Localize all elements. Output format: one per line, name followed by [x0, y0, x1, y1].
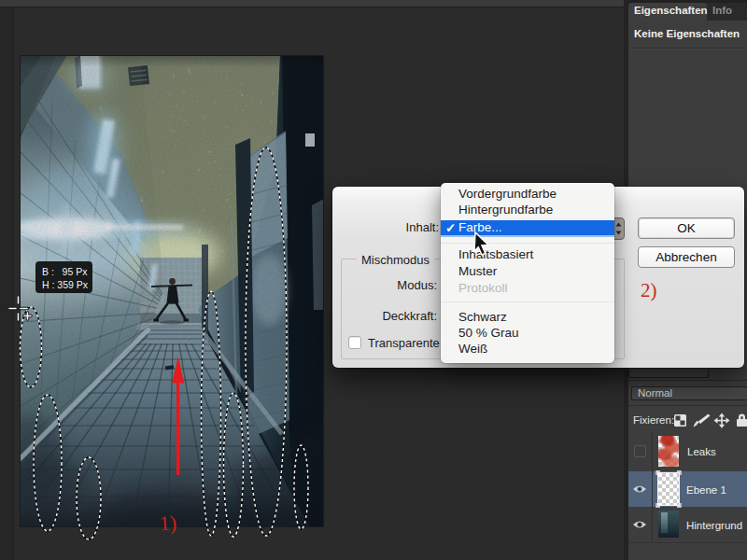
svg-text:1): 1) [159, 511, 177, 535]
svg-text:H : 359 Px: H : 359 Px [42, 279, 89, 290]
svg-text:B : 95 Px: B : 95 Px [42, 266, 88, 277]
